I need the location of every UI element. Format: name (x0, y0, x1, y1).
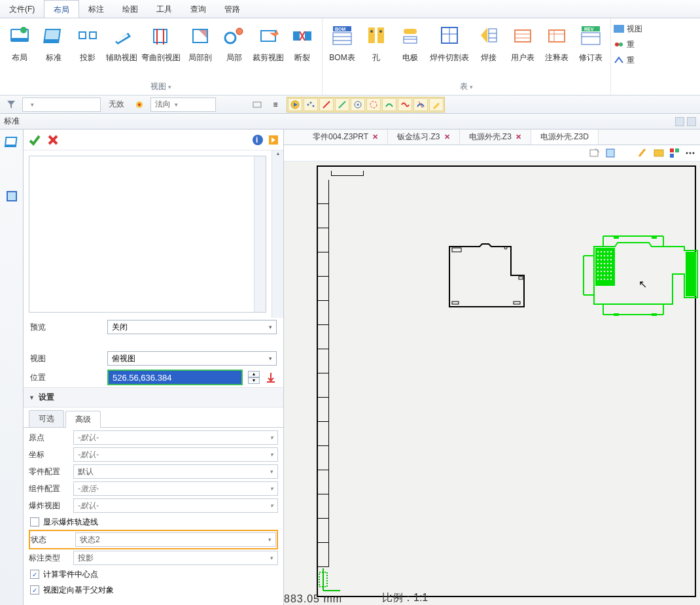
sec-icon-b[interactable] (250, 97, 264, 112)
ok-icon[interactable] (27, 133, 42, 147)
ct-export-icon[interactable] (589, 147, 601, 159)
rs-view[interactable]: 视图 (614, 21, 648, 37)
curve1-icon[interactable] (382, 98, 396, 111)
rb-bom[interactable]: BOMBOM表 (325, 18, 359, 66)
close-icon[interactable]: ✕ (444, 133, 450, 141)
partcfg-dd[interactable]: 默认 (73, 464, 278, 479)
sec-invalid-label: 无效 (105, 99, 128, 110)
ct-sheet-icon[interactable] (604, 147, 616, 159)
sec-icon-a[interactable] (132, 97, 147, 112)
curve2-icon[interactable] (398, 98, 412, 111)
explode-dd[interactable]: -默认- (73, 498, 278, 513)
curve3-icon[interactable] (413, 98, 428, 111)
svg-point-98 (607, 251, 608, 252)
ct-color-icon[interactable] (669, 147, 680, 159)
origin-dd[interactable]: -默认- (73, 430, 278, 445)
svg-point-83 (693, 152, 695, 154)
play-icon[interactable] (288, 98, 302, 111)
position-input[interactable]: 526.56,636.384 (107, 370, 243, 385)
rs-redo2[interactable]: 重 (614, 52, 648, 68)
cancel-icon[interactable] (46, 133, 60, 147)
preview-dropdown[interactable]: 关闭 (107, 320, 277, 334)
tab-advanced[interactable]: 高级 (65, 411, 101, 428)
doc-tab-2[interactable]: 钣金练习.Z3✕ (388, 130, 459, 145)
sec-icon-c[interactable]: ≡ (268, 97, 283, 112)
rb-cropview[interactable]: 裁剪视图 (251, 18, 285, 66)
pick-point-icon[interactable] (265, 372, 277, 383)
close-icon[interactable]: ✕ (516, 133, 521, 141)
state-label: 状态 (31, 534, 75, 545)
calc-center-chk[interactable]: ✓ (30, 570, 39, 579)
cursor-icon: ↖ (639, 278, 647, 290)
menu-query[interactable]: 查询 (181, 0, 215, 18)
rb-hole[interactable]: 孔 (359, 18, 393, 66)
close-icon[interactable]: ✕ (372, 133, 378, 141)
rb-user[interactable]: 用户表 (506, 18, 540, 66)
ct-dots-icon[interactable] (684, 147, 696, 159)
pencil-icon[interactable] (429, 98, 444, 111)
position-spinner[interactable]: ▴▾ (248, 371, 260, 384)
view-dropdown[interactable]: 俯视图 (107, 351, 277, 366)
menu-draw[interactable]: 绘图 (113, 0, 147, 18)
panel-close-icon[interactable] (687, 117, 696, 126)
svg-point-116 (601, 267, 602, 268)
svg-point-112 (604, 263, 605, 264)
svg-point-132 (604, 279, 605, 280)
orient-parent-chk[interactable]: ✓ (30, 585, 39, 595)
line2-icon[interactable] (335, 98, 349, 111)
drawing-frame: ↖ (317, 165, 696, 597)
rb-standard[interactable]: 标准 (37, 18, 71, 66)
ct-brush-icon[interactable] (637, 147, 649, 159)
rb-local[interactable]: 局部 (217, 18, 251, 66)
svg-rect-85 (452, 302, 459, 304)
info-icon[interactable]: i (252, 134, 264, 146)
ct-box-icon[interactable] (653, 147, 665, 159)
side-strip (0, 130, 24, 605)
annotype-dd[interactable]: 投影 (73, 551, 278, 565)
menu-file[interactable]: 文件(F) (0, 0, 44, 18)
sec-normal-dd[interactable]: 法向 (150, 97, 216, 112)
state-dd[interactable]: 状态2 (75, 532, 276, 547)
rb-weldcut[interactable]: 焊件切割表 (427, 18, 472, 66)
canvas[interactable]: ↖ 883.05 mm 比例：1:1 (284, 162, 700, 605)
rs-redo1[interactable]: 重 (614, 37, 648, 52)
preview-scrollbar[interactable] (254, 156, 266, 312)
rb-weld[interactable]: 焊接 (472, 18, 506, 66)
doc-tab-3[interactable]: 电源外壳.Z3✕ (460, 130, 531, 145)
menu-pipe[interactable]: 管路 (215, 0, 249, 18)
rb-projection[interactable]: 投影 (71, 18, 105, 66)
menu-layout[interactable]: 布局 (44, 0, 79, 18)
panel-min-icon[interactable] (675, 117, 684, 126)
coord-dd[interactable]: -默认- (73, 447, 278, 462)
arc-icon[interactable] (366, 98, 381, 111)
view-label: 视图 (30, 353, 102, 364)
settings-header[interactable]: 设置 (24, 387, 283, 407)
panel-scrollbar[interactable]: ▴ (271, 150, 283, 318)
dots-icon[interactable] (304, 98, 318, 111)
doc-tab-1[interactable]: 零件004.Z3PRT✕ (304, 130, 388, 145)
filter-icon[interactable] (4, 97, 18, 112)
show-explode-chk[interactable] (30, 517, 39, 527)
rb-aux[interactable]: 辅助视图 (105, 18, 139, 66)
rb-break[interactable]: 断裂 (285, 18, 319, 66)
line1-icon[interactable] (319, 98, 334, 111)
menu-tools[interactable]: 工具 (147, 0, 181, 18)
doc-tab-4[interactable]: 电源外壳.Z3D (531, 130, 599, 145)
tab-optional[interactable]: 可选 (29, 410, 64, 427)
next-icon[interactable] (268, 134, 279, 146)
rb-electrode[interactable]: 电极 (393, 18, 427, 66)
rb-layout[interactable]: 布局 (3, 18, 37, 66)
rb-rev[interactable]: REV修订表 (574, 18, 608, 66)
sec-dropdown-1[interactable] (22, 97, 101, 112)
left-panel: i ▴ 预览 关闭 视图 俯视图 位置 526.56,636.384 ▴▾ (24, 130, 284, 605)
rb-bendsec[interactable]: 弯曲剖视图 (139, 18, 183, 66)
side-sheet-icon[interactable] (4, 133, 20, 149)
target-icon[interactable] (351, 98, 365, 111)
rb-annotab[interactable]: 注释表 (540, 18, 574, 66)
secondary-toolbar: 无效 法向 ≡ (0, 95, 700, 114)
svg-point-64 (370, 101, 377, 108)
side-book-icon[interactable] (4, 188, 20, 204)
rb-localsec[interactable]: 局部剖 (183, 18, 217, 66)
asmcfg-dd[interactable]: -激活- (73, 481, 278, 496)
menu-annotate[interactable]: 标注 (79, 0, 113, 18)
